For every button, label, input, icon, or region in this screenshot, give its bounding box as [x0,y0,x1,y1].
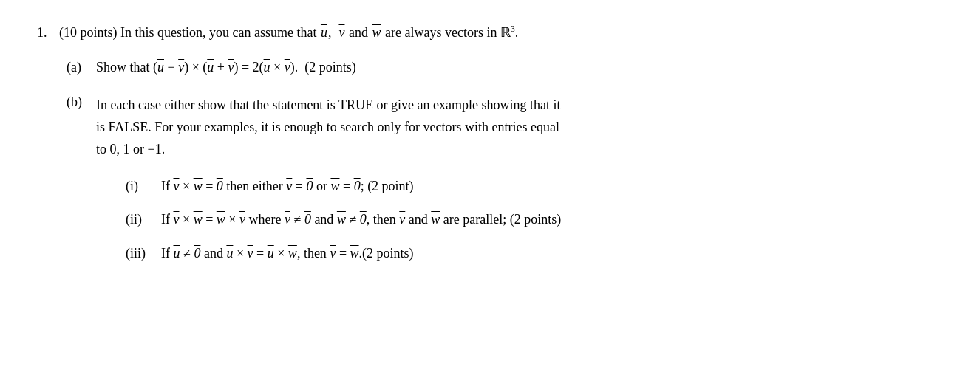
part-b-label: (b) [67,94,96,110]
part-a: (a) Show that (u − v) × (u + v) = 2(u × … [67,57,943,79]
part-b-text: In each case either show that the statem… [96,94,561,160]
subpart-ii: (ii) If v × w = w × v where v ≠ 0 and w … [126,209,561,231]
part-b: (b) In each case either show that the st… [67,94,943,276]
subpart-iii-label: (iii) [126,243,161,265]
subpart-i: (i) If v × w = 0 then either v = 0 or w … [126,176,561,198]
subpart-iii: (iii) If u ≠ 0 and u × v = u × w, then v… [126,243,561,265]
problem-number: 1. [37,25,59,41]
subpart-i-content: If v × w = 0 then either v = 0 or w = 0;… [161,176,414,198]
problem-intro: (10 points) In this question, you can as… [59,22,518,44]
problem-header: 1. (10 points) In this question, you can… [37,22,943,44]
problem-container: 1. (10 points) In this question, you can… [37,22,943,293]
part-a-label: (a) [67,60,96,75]
subpart-ii-content: If v × w = w × v where v ≠ 0 and w ≠ 0, … [161,209,561,231]
subpart-i-label: (i) [126,176,161,198]
subpart-ii-label: (ii) [126,209,161,231]
part-b-content: In each case either show that the statem… [96,94,561,276]
part-a-content: Show that (u − v) × (u + v) = 2(u × v). … [96,57,356,79]
subpart-iii-content: If u ≠ 0 and u × v = u × w, then v = w.(… [161,243,414,265]
